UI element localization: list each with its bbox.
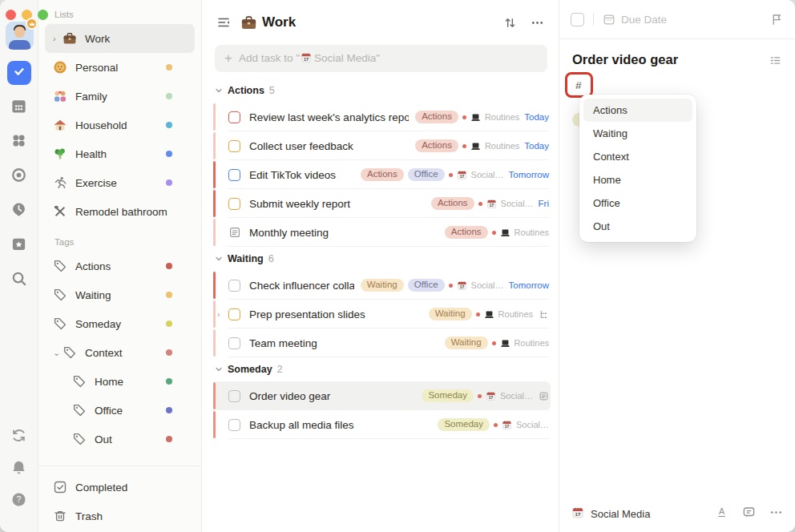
detail-list-icon[interactable] — [769, 54, 782, 67]
more-options-icon[interactable] — [769, 506, 783, 522]
rail-countdown-button[interactable] — [7, 233, 31, 257]
task-title[interactable]: Order video gear — [572, 52, 769, 67]
sidebar-item-completed[interactable]: Completed — [45, 473, 195, 502]
tag-pill-actions[interactable]: Actions — [415, 111, 458, 124]
task-row-prep-presentation-slides[interactable]: ›Prep presentation slidesWaitingRoutines — [213, 300, 551, 328]
tag-pill-someday[interactable]: Someday — [438, 418, 490, 432]
more-options-icon[interactable] — [531, 16, 544, 30]
dropdown-item-out[interactable]: Out — [583, 215, 692, 238]
rail-tasks-button[interactable] — [7, 61, 31, 85]
sidebar-item-household[interactable]: Household — [45, 111, 195, 139]
task-title: Prep presentation slides — [249, 308, 422, 320]
sidebar-item-out[interactable]: Out — [45, 425, 195, 453]
rail-sync-button[interactable] — [7, 425, 31, 449]
priority-dot — [449, 284, 453, 288]
task-list-name[interactable]: Social Media — [591, 508, 650, 520]
dropdown-item-office[interactable]: Office — [583, 191, 692, 215]
text-format-icon[interactable]: A — [715, 506, 728, 522]
dropdown-item-waiting[interactable]: Waiting — [583, 122, 692, 145]
sidebar-item-waiting[interactable]: Waiting — [45, 280, 195, 309]
task-checkbox[interactable] — [228, 337, 240, 349]
task-title: Review last week's analytics report — [249, 111, 409, 123]
close-window-button[interactable] — [6, 10, 16, 20]
tag-pill-actions[interactable]: Actions — [361, 168, 404, 182]
rail-calendar-button[interactable] — [7, 95, 31, 119]
rail-habit-button[interactable] — [7, 164, 31, 188]
chevron-icon[interactable]: ⌄ — [53, 349, 60, 357]
rail-help-button[interactable]: ? — [7, 489, 31, 513]
priority-dot — [476, 312, 480, 316]
sidebar-item-trash[interactable]: Trash — [45, 502, 195, 530]
tag-pill-actions[interactable]: Actions — [415, 139, 458, 153]
task-checkbox[interactable] — [228, 169, 240, 181]
sidebar-item-actions[interactable]: Actions — [45, 252, 195, 280]
rail-notifications-button[interactable] — [7, 457, 31, 481]
task-row-collect-user-feedback[interactable]: Collect user feedbackActionsRoutinesToda… — [213, 131, 551, 160]
task-checkbox[interactable] — [228, 390, 240, 402]
task-row-submit-weekly-report[interactable]: Submit weekly reportActions17Social…Fri — [213, 189, 551, 218]
tag-pill-waiting[interactable]: Waiting — [361, 279, 404, 292]
due-date-label[interactable]: Due Date — [621, 14, 667, 26]
tag-pill-office[interactable]: Office — [408, 279, 445, 292]
hash-character[interactable]: # — [575, 79, 582, 91]
rail-pomodoro-button[interactable] — [7, 199, 31, 223]
collapse-sidebar-icon[interactable] — [216, 15, 231, 30]
section-header-waiting[interactable]: Waiting6 — [213, 247, 551, 271]
sidebar-item-label: Out — [95, 433, 112, 445]
task-row-team-meeting[interactable]: Team meetingWaitingRoutines — [213, 328, 551, 357]
tag-pill-waiting[interactable]: Waiting — [445, 337, 488, 350]
comment-icon[interactable] — [742, 506, 756, 522]
due-date-calendar-icon[interactable] — [603, 13, 615, 26]
dropdown-item-context[interactable]: Context — [583, 145, 692, 168]
priority-dot — [492, 341, 496, 345]
sidebar-item-someday[interactable]: Someday — [45, 309, 195, 338]
task-due-date[interactable]: Today — [524, 141, 549, 151]
task-row-check-influencer-collaboration[interactable]: Check influencer collaborationWaitingOff… — [213, 271, 551, 300]
tag-pill-someday[interactable]: Someday — [422, 389, 474, 403]
task-checkbox[interactable] — [228, 308, 240, 320]
rail-search-button[interactable] — [7, 268, 31, 292]
task-row-backup-all-media-files[interactable]: Backup all media filesSomeday17Social… — [213, 410, 551, 439]
task-row-order-video-gear[interactable]: Order video gearSomeday17Social… — [213, 381, 551, 410]
tag-pill-waiting[interactable]: Waiting — [429, 308, 472, 321]
task-due-date[interactable]: Today — [524, 112, 549, 122]
task-checkbox[interactable] — [228, 280, 240, 292]
sort-icon[interactable] — [503, 16, 517, 30]
sidebar-item-remodel-bathroom[interactable]: Remodel bathroom — [45, 197, 195, 226]
task-checkbox[interactable] — [228, 198, 240, 210]
sidebar-item-home[interactable]: Home — [45, 367, 195, 396]
task-due-date[interactable]: Tomorrow — [509, 170, 549, 179]
sidebar-item-personal[interactable]: Personal — [45, 53, 195, 82]
sidebar-item-work[interactable]: ›Work — [45, 24, 195, 53]
tag-pill-actions[interactable]: Actions — [445, 226, 488, 240]
sidebar-item-context[interactable]: ⌄Context — [45, 338, 195, 367]
sidebar-item-family[interactable]: Family — [45, 82, 195, 111]
zoom-window-button[interactable] — [38, 10, 48, 20]
dropdown-item-home[interactable]: Home — [583, 168, 692, 191]
task-row-review-last-week-s-analytics-report[interactable]: Review last week's analytics reportActio… — [213, 103, 551, 131]
tag-pill-actions[interactable]: Actions — [431, 197, 474, 211]
add-task-input[interactable]: + Add task to "17Social Media" — [215, 45, 547, 72]
tag-pill-office[interactable]: Office — [408, 168, 445, 182]
task-checkbox[interactable] — [228, 419, 240, 431]
detail-checkbox[interactable] — [571, 13, 584, 26]
dropdown-item-actions[interactable]: Actions — [583, 99, 692, 122]
sidebar-item-office[interactable]: Office — [45, 396, 195, 425]
task-row-edit-tiktok-videos[interactable]: Edit TikTok videosActionsOffice17Social…… — [213, 160, 551, 189]
rail-matrix-button[interactable] — [7, 130, 31, 154]
task-checkbox[interactable] — [228, 140, 240, 152]
task-due-date[interactable]: Fri — [539, 199, 549, 208]
section-header-actions[interactable]: Actions5 — [213, 79, 551, 103]
task-due-date[interactable]: Tomorrow — [509, 280, 549, 290]
sidebar-item-label: Waiting — [75, 289, 111, 301]
sidebar-item-health[interactable]: Health — [45, 139, 195, 168]
chevron-icon[interactable]: › — [53, 34, 60, 43]
sidebar-item-exercise[interactable]: Exercise — [45, 168, 195, 197]
list-color-dot — [166, 179, 172, 186]
section-header-someday[interactable]: Someday2 — [213, 357, 551, 381]
avatar[interactable] — [6, 22, 34, 50]
flag-icon[interactable] — [770, 13, 784, 26]
expand-subtasks-icon[interactable]: › — [217, 310, 220, 319]
task-row-monthly-meeting[interactable]: Monthly meetingActionsRoutines — [213, 218, 551, 247]
task-checkbox[interactable] — [228, 111, 240, 123]
